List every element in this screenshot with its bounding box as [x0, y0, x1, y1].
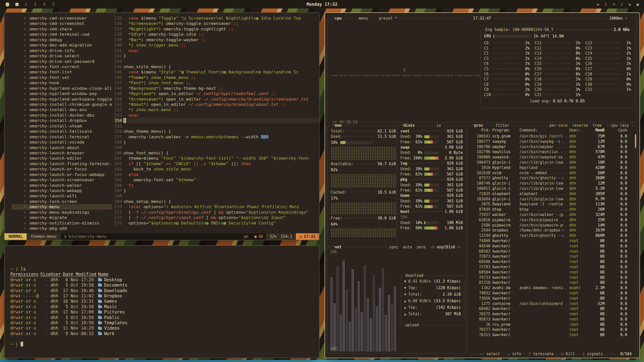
- process-row[interactable]: 95673kworker/root0B0.0: [470, 317, 627, 322]
- process-row[interactable]: 102638nvimnvim --embeddhh56M0.0: [470, 170, 627, 176]
- dir-entry[interactable]: Work: [98, 331, 319, 336]
- file-list-item[interactable]: ∗omarchy-drive-set-password: [24, 59, 114, 64]
- file-list-item[interactable]: ∗omarchy-font-list: [24, 69, 114, 75]
- process-row[interactable]: 71835elephantelephantdhh385M0.0: [470, 191, 627, 197]
- dir-entry[interactable]: Videos: [98, 326, 319, 331]
- file-list-item[interactable]: ∗omarchy-launch-walker: [24, 183, 114, 188]
- dir-entry[interactable]: Music: [98, 304, 319, 309]
- menu-button[interactable]: menu: [357, 16, 370, 21]
- dir-entry[interactable]: Games: [98, 299, 319, 304]
- dir-entry[interactable]: Pictures: [98, 309, 319, 315]
- file-list-item[interactable]: ∗omarchy-pkg-add: [24, 226, 114, 231]
- file-list-item[interactable]: ∗omarchy-launch-or-focus: [24, 166, 114, 172]
- proc-button-tree[interactable]: tree: [593, 123, 602, 128]
- file-list-item[interactable]: ∗omarchy-dev-add-migration: [24, 42, 114, 48]
- proc-column-header[interactable]: User:: [569, 128, 585, 133]
- process-row[interactable]: 76575kworker/root0B0.0: [470, 311, 627, 317]
- screencast-icon[interactable]: ⇆: [597, 2, 599, 7]
- interval-increase-button[interactable]: +: [623, 16, 627, 21]
- volume-icon[interactable]: ♪: [621, 2, 623, 7]
- process-row[interactable]: 2075XwaylandXwayland :1 -rootless -dhh11…: [470, 202, 627, 207]
- proc-action-select[interactable]: ↑↓ select: [478, 351, 502, 357]
- proc-column-header[interactable]: Command:: [519, 128, 567, 133]
- network-icon[interactable]: ⇅: [629, 2, 631, 7]
- code-buffer[interactable]: 135 case $(menu "Toggle" "◱ Screensaver\…: [114, 13, 319, 233]
- proc-action-signals[interactable]: s signals: [581, 351, 605, 357]
- process-row[interactable]: 68584kworker/root0B0.0: [470, 270, 627, 275]
- sort-selector[interactable]: ‹ cpu lazy ›: [606, 123, 633, 128]
- file-list-item[interactable]: ∗omarchy-debug: [24, 37, 114, 42]
- process-row[interactable]: 2544dropbox/home/dhh/.dropbox-distdhh357…: [470, 228, 627, 233]
- dir-entry[interactable]: Downloads: [98, 288, 319, 293]
- proc-column-header[interactable]: MemB: [587, 128, 605, 133]
- file-list-item[interactable]: ∗omarchy-launch-wifi: [24, 193, 114, 199]
- process-row[interactable]: 71837walker/usr/bin/walker --gappldhh324…: [470, 212, 627, 217]
- bluetooth-icon[interactable]: ᛒ: [605, 2, 607, 7]
- workspace-2[interactable]: 2: [25, 2, 27, 7]
- file-list-item[interactable]: ∗omarchy-launch-screensaver: [24, 177, 114, 183]
- process-row[interactable]: 1275containe/usr/bin/containerdroot52M0.…: [470, 301, 627, 306]
- net-button-sync[interactable]: sync: [389, 245, 398, 250]
- net-button-auto[interactable]: auto: [403, 245, 412, 250]
- keyboard-icon[interactable]: ⌨: [613, 2, 615, 7]
- process-row[interactable]: 74869kworker/root0B0.0: [470, 238, 627, 244]
- process-row[interactable]: 102796nautilus/usr/bin/nautilus --newdhh…: [470, 149, 627, 155]
- dir-entry[interactable]: Desktop: [98, 277, 319, 283]
- file-list-item[interactable]: ∗omarchy-hyprland-workspace-toggle: [24, 97, 114, 102]
- proc-action-Kill[interactable]: k Kill: [559, 351, 577, 357]
- notification-icon[interactable]: ◉: [636, 2, 639, 7]
- process-row[interactable]: 73656kworker/root0B0.0: [470, 296, 627, 301]
- file-list-item[interactable]: ∗omarchy-hook: [24, 80, 114, 85]
- process-row[interactable]: 2586pipewire/usr/bin/pipewire-pulsedhh14…: [470, 223, 627, 228]
- process-row[interactable]: 106473glycin-i/usr/lib/glycin-loadersdhh…: [470, 160, 627, 165]
- proc-action-info[interactable]: ↵ info: [506, 351, 523, 357]
- file-list-item[interactable]: ∗omarchy-lock-screen: [24, 199, 114, 204]
- file-list-item[interactable]: ∗omarchy-install-steam: [24, 123, 114, 129]
- file-list-item[interactable]: ∗omarchy-cmd-terminal-cwd: [24, 32, 114, 37]
- file-list-item[interactable]: ∗omarchy-launch-about: [24, 145, 114, 150]
- process-row[interactable]: 106777swaybg/usr/bin/swaybg -i /homdhh12…: [470, 139, 627, 144]
- process-row[interactable]: 103684glycin-i/usr/lib/glycin-loadersdhh…: [470, 197, 627, 202]
- file-list-item[interactable]: ∗omarchy-cmd-screenshot: [24, 21, 114, 26]
- proc-column-header[interactable]: Cpu%: [607, 128, 627, 133]
- process-row[interactable]: 1162avahi-daavahi-daemon: running [avahi…: [470, 285, 627, 291]
- process-row[interactable]: 106541org.gnom/usr/bin/gjs /usr/lib/odhh…: [470, 134, 627, 139]
- proc-column-header[interactable]: Pid:: [470, 128, 490, 133]
- process-row[interactable]: 12244ghostty/usr/bin/ghostty --gtk-dhh86…: [470, 233, 627, 238]
- preset-button[interactable]: preset *: [377, 16, 399, 21]
- process-row[interactable]: 68583kworker/root0B0.0: [470, 249, 627, 254]
- process-row[interactable]: 63816pipewire/usr/bin/pipewiredhh25M0.0: [470, 217, 627, 223]
- file-list-item[interactable]: ∗omarchy-launch-floating-terminal-: [24, 161, 114, 166]
- io-tab[interactable]: io: [435, 123, 443, 128]
- dir-entry[interactable]: Dropbox: [98, 293, 319, 299]
- dir-entry[interactable]: Documents: [98, 283, 319, 288]
- file-list-item[interactable]: ∗omarchy-install-tailscale: [24, 129, 114, 134]
- process-row[interactable]: 106746glycin-i/usr/lib/glycin-loadersdhh…: [470, 181, 627, 186]
- file-list-item[interactable]: ∗omarchy-drive-info: [24, 48, 114, 53]
- file-list-item[interactable]: ∗omarchy-notification-dismiss: [24, 220, 114, 226]
- workspace-5[interactable]: 5: [52, 2, 55, 7]
- dir-entry[interactable]: Templates: [98, 320, 319, 326]
- file-list-item[interactable]: ∗omarchy-menu: [12, 204, 112, 209]
- file-list-item[interactable]: ∗omarchy-drive-select: [24, 53, 114, 59]
- file-list-item[interactable]: ∗omarchy-install-vscode: [24, 140, 114, 145]
- file-list-item[interactable]: ∗omarchy-install-docker-dbs: [24, 113, 114, 118]
- process-row[interactable]: 106811glycin-i/usr/lib/glycin-loadersdhh…: [470, 186, 627, 191]
- filter-button[interactable]: filter: [494, 123, 511, 128]
- proc-action-terminate[interactable]: t terminate: [527, 351, 555, 357]
- process-scrollbar[interactable]: [635, 134, 636, 148]
- file-list-item[interactable]: ∗omarchy-menu-keybindings: [24, 210, 114, 215]
- workspace-3[interactable]: 3: [34, 2, 36, 7]
- process-row[interactable]: 94540kworker/root0B0.0: [470, 244, 627, 249]
- process-row[interactable]: 68586kworker/root0B0.0: [470, 259, 627, 264]
- dir-entry[interactable]: Public: [98, 315, 319, 320]
- file-list-item[interactable]: ∗omarchy-launch-browser: [24, 150, 114, 156]
- net-button-zero[interactable]: zero: [416, 245, 425, 250]
- file-list-item[interactable]: ∗omarchy-install-chromium-google-a: [24, 102, 114, 107]
- process-row[interactable]: 74733kworker/root0B0.0: [470, 275, 627, 280]
- process-row[interactable]: 72073kworker/root0B0.0: [470, 254, 627, 259]
- file-list-item[interactable]: ∗omarchy-launch-webapp: [24, 188, 114, 193]
- interface-switcher[interactable]: ‹b enp191s0 n›: [430, 245, 462, 250]
- process-row[interactable]: 16rcu_preeroot0B0.0: [470, 322, 627, 327]
- file-list-item[interactable]: ∗omarchy-hyprland-window-pop: [24, 91, 114, 96]
